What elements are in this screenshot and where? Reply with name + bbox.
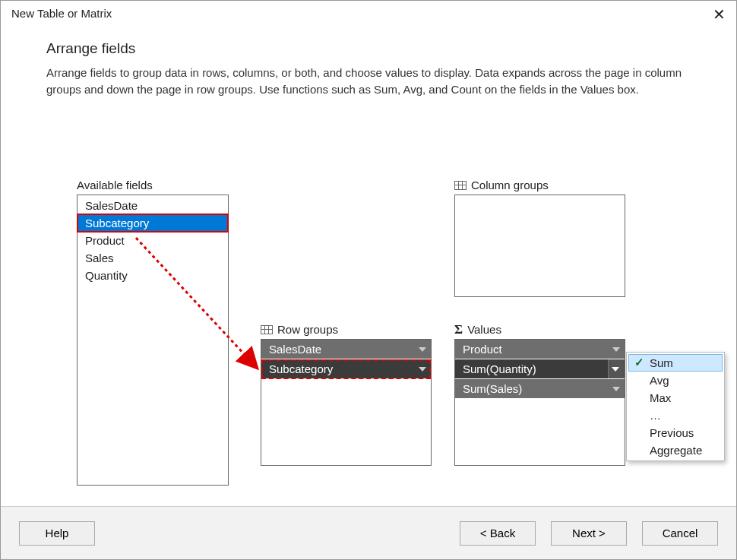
value-chip[interactable]: Product xyxy=(455,340,625,359)
aggregation-menu-item[interactable]: … xyxy=(628,407,723,424)
help-button[interactable]: Help xyxy=(19,521,95,546)
page-heading: Arrange fields xyxy=(46,40,691,57)
value-chip-label: Sum(Sales) xyxy=(463,382,522,395)
row-groups-section: Row groups SalesDateSubcategory xyxy=(261,323,432,466)
button-bar: Help < Back Next > Cancel xyxy=(1,506,736,559)
column-groups-label: Column groups xyxy=(454,179,625,191)
available-field-item[interactable]: Subcategory xyxy=(77,214,228,232)
value-chip[interactable]: Sum(Sales) xyxy=(455,379,625,399)
row-groups-label: Row groups xyxy=(261,323,432,336)
row-groups-label-text: Row groups xyxy=(277,323,338,336)
row-groups-listbox[interactable]: SalesDateSubcategory xyxy=(261,339,432,466)
titlebar: New Table or Matrix ✕ xyxy=(1,1,736,30)
page-description: Arrange fields to group data in rows, co… xyxy=(46,65,685,98)
aggregation-menu-item[interactable]: Max xyxy=(628,389,723,407)
cancel-button[interactable]: Cancel xyxy=(642,521,718,546)
aggregation-menu-item[interactable]: Previous xyxy=(628,424,723,441)
values-label-text: Values xyxy=(467,323,501,336)
grid-icon xyxy=(261,325,273,334)
available-field-item[interactable]: Sales xyxy=(77,249,228,267)
chevron-down-icon[interactable] xyxy=(612,367,619,372)
value-chip-label: Product xyxy=(463,343,502,356)
chevron-down-icon[interactable] xyxy=(612,347,620,352)
available-fields-label: Available fields xyxy=(77,179,229,191)
grid-icon xyxy=(454,181,467,190)
available-field-item[interactable]: SalesDate xyxy=(77,197,228,214)
dialog-title: New Table or Matrix xyxy=(11,7,112,20)
available-field-item[interactable]: Quantity xyxy=(77,267,228,284)
value-chip[interactable]: Sum(Quantity) xyxy=(455,359,625,379)
column-groups-section: Column groups xyxy=(454,179,625,297)
aggregation-menu-item[interactable]: Aggregate xyxy=(628,441,723,459)
column-groups-listbox[interactable] xyxy=(454,195,625,297)
aggregation-menu-item[interactable]: Avg xyxy=(628,372,723,389)
close-icon[interactable]: ✕ xyxy=(713,5,726,24)
sigma-icon: Σ xyxy=(454,323,463,336)
aggregation-menu-item[interactable]: Sum xyxy=(628,354,723,372)
chevron-down-icon[interactable] xyxy=(612,387,620,391)
column-groups-label-text: Column groups xyxy=(471,179,549,191)
available-fields-listbox[interactable]: SalesDateSubcategoryProductSalesQuantity xyxy=(77,195,229,486)
value-chip-label: Sum(Quantity) xyxy=(463,362,536,375)
row-group-chip[interactable]: Subcategory xyxy=(261,359,431,379)
available-fields-section: Available fields SalesDateSubcategoryPro… xyxy=(77,179,229,486)
aggregation-menu[interactable]: SumAvgMax…PreviousAggregate xyxy=(626,352,725,461)
row-group-chip[interactable]: SalesDate xyxy=(261,340,431,359)
values-section: Σ Values ProductSum(Quantity)Sum(Sales) xyxy=(454,323,625,466)
dialog-new-table-or-matrix: New Table or Matrix ✕ Arrange fields Arr… xyxy=(0,0,737,560)
chevron-down-icon[interactable] xyxy=(419,347,426,352)
available-field-item[interactable]: Product xyxy=(77,232,228,249)
chevron-down-icon[interactable] xyxy=(419,367,426,372)
back-button[interactable]: < Back xyxy=(460,521,536,546)
next-button[interactable]: Next > xyxy=(551,521,627,546)
values-label: Σ Values xyxy=(454,323,625,336)
values-listbox[interactable]: ProductSum(Quantity)Sum(Sales) xyxy=(454,339,625,466)
